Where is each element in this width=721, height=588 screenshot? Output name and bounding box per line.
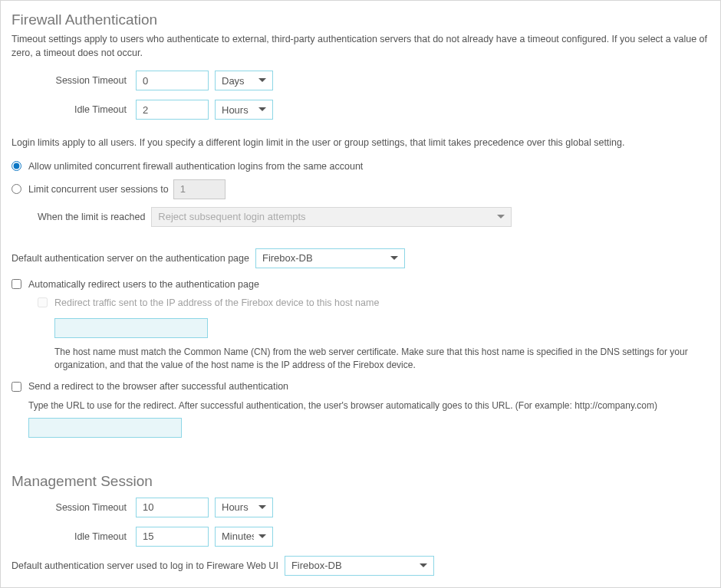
send-redirect-row: Send a redirect to the browser after suc… [12,381,709,392]
limit-reached-select: Reject subsequent login attempts [151,207,512,227]
default-auth-server-select[interactable]: Firebox-DB [255,248,405,268]
unlimited-logins-radio[interactable] [12,161,21,171]
send-redirect-block: Type the URL to use for the redirect. Af… [28,399,709,437]
mgmt-session-timeout-unit-select[interactable]: Hours [215,498,273,517]
firewall-desc: Timeout settings apply to users who auth… [12,33,709,60]
idle-timeout-row: Idle Timeout Hours [12,100,709,120]
send-redirect-url-input [28,418,182,438]
auto-redirect-label: Automatically redirect users to the auth… [28,279,259,290]
session-timeout-unit-select[interactable]: Days [215,71,273,90]
mgmt-session-timeout-input[interactable] [136,498,209,517]
send-redirect-checkbox[interactable] [12,382,21,392]
limit-reached-label: When the limit is reached [38,212,145,222]
mgmt-session-timeout-row: Session Timeout Hours [12,498,709,517]
mgmt-idle-timeout-row: Idle Timeout Minutes [12,527,709,547]
default-auth-server-label: Default authentication server on the aut… [12,253,249,264]
limit-reached-row: When the limit is reached Reject subsequ… [38,207,709,227]
auto-redirect-checkbox[interactable] [12,279,21,289]
settings-panel: Firewall Authentication Timeout settings… [0,0,721,588]
limit-sessions-label: Limit concurrent user sessions to [28,184,169,195]
idle-timeout-input[interactable] [136,100,209,120]
redirect-traffic-row: Redirect traffic sent to the IP address … [38,297,709,308]
session-timeout-row: Session Timeout Days [12,71,709,90]
idle-timeout-label: Idle Timeout [12,104,136,115]
redirect-hostname-input [54,318,208,338]
redirect-traffic-block: Redirect traffic sent to the IP address … [38,297,709,373]
session-timeout-label: Session Timeout [12,75,136,86]
mgmt-default-auth-select[interactable]: Firebox-DB [285,556,434,576]
firewall-heading: Firewall Authentication [12,11,709,28]
send-redirect-help: Type the URL to use for the redirect. Af… [28,399,709,412]
redirect-traffic-label: Redirect traffic sent to the IP address … [54,297,379,308]
idle-timeout-unit-select[interactable]: Hours [215,100,273,120]
default-auth-server-row: Default authentication server on the aut… [12,248,709,268]
send-redirect-label: Send a redirect to the browser after suc… [28,381,288,392]
auto-redirect-row: Automatically redirect users to the auth… [12,279,709,290]
login-limits-note: Login limits apply to all users. If you … [12,136,709,150]
mgmt-idle-timeout-input[interactable] [136,527,209,547]
redirect-hostname-help: The host name must match the Common Name… [54,346,709,373]
mgmt-session-timeout-label: Session Timeout [12,502,136,513]
limit-sessions-row: Limit concurrent user sessions to [12,179,709,199]
unlimited-logins-row: Allow unlimited concurrent firewall auth… [12,161,709,172]
management-heading: Management Session [12,473,709,490]
mgmt-idle-timeout-unit-select[interactable]: Minutes [215,527,273,547]
redirect-traffic-checkbox [38,297,48,307]
limit-sessions-radio[interactable] [12,184,21,194]
limit-sessions-input [173,179,226,199]
session-timeout-input[interactable] [136,71,209,90]
mgmt-idle-timeout-label: Idle Timeout [12,531,136,542]
unlimited-logins-label: Allow unlimited concurrent firewall auth… [28,161,363,172]
mgmt-default-auth-row: Default authentication server used to lo… [12,556,709,576]
mgmt-default-auth-label: Default authentication server used to lo… [12,560,278,571]
